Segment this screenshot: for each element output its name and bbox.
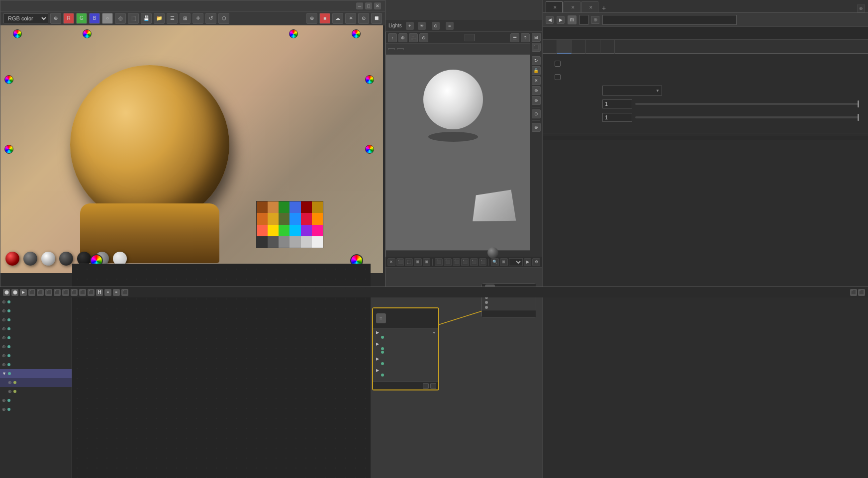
- scene-item-leftsoftbox[interactable]: ⊕: [0, 324, 72, 333]
- add-light-button[interactable]: +: [406, 22, 414, 30]
- tab-vrscans-close[interactable]: ✕: [553, 5, 557, 10]
- mini-btn-7[interactable]: ⬛: [444, 258, 452, 266]
- color-space-dropdown[interactable]: ▼: [602, 86, 662, 96]
- status-right-2[interactable]: ⬛: [858, 289, 865, 296]
- vp-right-btn-5[interactable]: ✕: [532, 76, 541, 85]
- vp-btn-menu[interactable]: ☰: [510, 33, 519, 42]
- mini-select-1[interactable]: [509, 258, 523, 266]
- scene-item-vray-material[interactable]: ⊕: [0, 387, 72, 396]
- fb-btn-b[interactable]: B: [89, 13, 100, 24]
- scene-item-overheadlights[interactable]: ⊕: [0, 342, 72, 351]
- mini-btn-3[interactable]: ⬚: [405, 258, 413, 266]
- scene-item-warmoffice[interactable]: ⊕: [0, 405, 72, 414]
- status-icon-1[interactable]: ⬤: [3, 289, 10, 296]
- tab-vrscans[interactable]: ✕: [546, 1, 563, 12]
- vp-right-btn-1[interactable]: ⊞: [532, 33, 541, 42]
- prop-tab-common[interactable]: [543, 40, 557, 54]
- no-cam-button[interactable]: [397, 48, 404, 50]
- nav-back-button[interactable]: ◀: [546, 16, 554, 24]
- gamma-slider[interactable]: [635, 103, 859, 105]
- mini-btn-8[interactable]: ⬛: [453, 258, 461, 266]
- status-icon-9[interactable]: ⬛: [71, 289, 78, 296]
- status-icon-8[interactable]: ⬛: [62, 289, 69, 296]
- saturation-input[interactable]: [602, 113, 632, 122]
- maximize-button[interactable]: □: [365, 2, 372, 9]
- scene-item-shaderball[interactable]: ▼: [0, 369, 72, 378]
- fb-btn-r[interactable]: R: [63, 13, 74, 24]
- scene-item-metalpieces[interactable]: ⊕: [0, 333, 72, 342]
- vp-right-btn-3[interactable]: ↻: [532, 56, 541, 65]
- fb-btn-alpha[interactable]: ○: [102, 13, 113, 24]
- fb-btn-10[interactable]: ⊞: [180, 13, 191, 24]
- scene-item-vrscans[interactable]: ⊕: [0, 378, 72, 387]
- use-paint-checkbox[interactable]: [555, 74, 561, 80]
- prop-tab-clear-coat[interactable]: [586, 40, 600, 54]
- scene-item-pistonwood[interactable]: ⊕: [0, 351, 72, 360]
- fb-btn-move[interactable]: ✛: [193, 13, 203, 24]
- status-icon-bars[interactable]: ≡: [104, 289, 111, 296]
- vp-right-btn-9[interactable]: ⊕: [532, 123, 541, 132]
- fb-btn-1[interactable]: ⊕: [50, 13, 61, 24]
- prop-tab-developer[interactable]: [600, 40, 615, 54]
- light-sun-button[interactable]: ☀: [418, 22, 428, 30]
- status-icon-2[interactable]: ⬤: [11, 289, 18, 296]
- light-lister-button[interactable]: ≡: [446, 22, 456, 30]
- status-icon-10[interactable]: ⬛: [79, 289, 86, 296]
- fb-btn-16[interactable]: ☁: [332, 13, 343, 24]
- fb-btn-13[interactable]: ⬡: [218, 13, 229, 24]
- saturation-slider[interactable]: [635, 116, 859, 118]
- nav-forward-button[interactable]: ▶: [557, 16, 565, 24]
- close-button[interactable]: ✕: [374, 2, 381, 9]
- fb-btn-6[interactable]: ⬚: [128, 13, 139, 24]
- fb-btn-stop[interactable]: ■: [319, 13, 330, 24]
- fb-btn-folder[interactable]: 📁: [154, 13, 165, 24]
- fb-btn-g[interactable]: G: [76, 13, 87, 24]
- vp-right-btn-4[interactable]: 🔒: [532, 66, 541, 75]
- scene-item-sunny[interactable]: ⊕: [0, 396, 72, 405]
- node-expand-btn[interactable]: [430, 383, 436, 389]
- fb-btn-19[interactable]: 🔲: [371, 13, 382, 24]
- mini-btn-5[interactable]: ⊞: [423, 258, 431, 266]
- panel-collapse-btn[interactable]: ⊕: [857, 4, 865, 12]
- vp-btn-help[interactable]: ?: [521, 33, 530, 42]
- mat-icon-btn[interactable]: ⊕: [591, 16, 599, 24]
- fb-btn-17[interactable]: ☀: [345, 13, 356, 24]
- status-icon-h[interactable]: H: [96, 289, 103, 296]
- prop-tab-advanced[interactable]: [572, 40, 586, 54]
- fb-btn-save[interactable]: 💾: [141, 13, 152, 24]
- mini-btn-1[interactable]: ✕: [387, 258, 395, 266]
- mini-btn-11[interactable]: ⬛: [479, 258, 487, 266]
- light-dome-button[interactable]: ⊙: [432, 22, 442, 30]
- tab-performance-monitor[interactable]: ✕: [581, 1, 598, 12]
- mini-btn-2[interactable]: ⬛: [396, 258, 404, 266]
- node-collapse-btn[interactable]: [423, 383, 429, 389]
- status-icon-3[interactable]: ▶: [20, 289, 27, 296]
- fb-btn-5[interactable]: ◎: [115, 13, 126, 24]
- vp-right-btn-7[interactable]: ⊕: [532, 96, 541, 105]
- mini-btn-6[interactable]: ⬛: [435, 258, 443, 266]
- status-icon-bars2[interactable]: ≡: [113, 289, 120, 296]
- vp-right-btn-2[interactable]: ⬛: [532, 43, 541, 52]
- channel-select[interactable]: RGB color: [3, 13, 48, 23]
- status-icon-6[interactable]: ⬛: [45, 289, 52, 296]
- mini-btn-10[interactable]: ⬛: [470, 258, 478, 266]
- vp-btn-4[interactable]: ⊙: [419, 33, 428, 42]
- vp-btn-cam[interactable]: 🎥: [409, 33, 418, 42]
- mini-btn-zoom[interactable]: 🔍: [491, 258, 499, 266]
- vp-right-btn-8[interactable]: ⊙: [532, 109, 541, 118]
- minimize-button[interactable]: ─: [356, 2, 363, 9]
- fb-btn-9[interactable]: ☰: [167, 13, 178, 24]
- mini-btn-play[interactable]: ▶: [524, 258, 532, 266]
- tab-take-list-close[interactable]: ✕: [571, 5, 575, 10]
- status-icon-14[interactable]: ⬛: [121, 289, 128, 296]
- mini-btn-settings[interactable]: ⚙: [532, 258, 540, 266]
- tab-take-list[interactable]: ✕: [564, 1, 580, 12]
- vp-right-btn-6[interactable]: ⊕: [532, 86, 541, 95]
- mini-btn-fit[interactable]: ⊞: [500, 258, 508, 266]
- scene-item-coldobject[interactable]: ⊕: [0, 297, 72, 306]
- lights-menu-item[interactable]: Lights: [388, 23, 402, 28]
- fb-btn-12[interactable]: ↺: [205, 13, 216, 24]
- tab-performance-close[interactable]: ✕: [589, 5, 593, 10]
- scene-item-greymtl[interactable]: ⊕: [0, 315, 72, 324]
- prop-tab-appearance[interactable]: [557, 40, 572, 54]
